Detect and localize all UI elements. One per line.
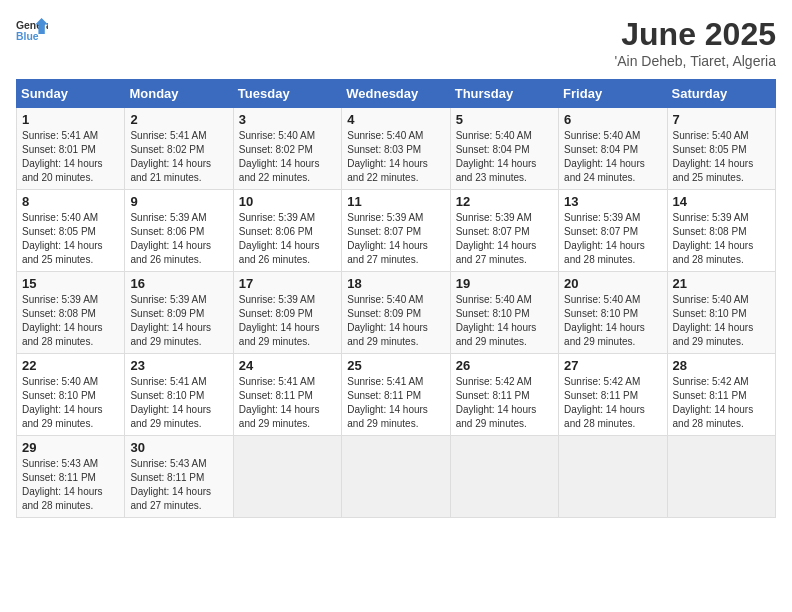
day-number: 21 xyxy=(673,276,770,291)
table-row: 4Sunrise: 5:40 AM Sunset: 8:03 PM Daylig… xyxy=(342,108,450,190)
col-monday: Monday xyxy=(125,80,233,108)
day-number: 26 xyxy=(456,358,553,373)
day-number: 1 xyxy=(22,112,119,127)
table-row: 7Sunrise: 5:40 AM Sunset: 8:05 PM Daylig… xyxy=(667,108,775,190)
page-header: General Blue June 2025 'Ain Deheb, Tiare… xyxy=(16,16,776,69)
col-saturday: Saturday xyxy=(667,80,775,108)
day-info: Sunrise: 5:40 AM Sunset: 8:10 PM Dayligh… xyxy=(564,293,661,349)
day-number: 6 xyxy=(564,112,661,127)
table-row xyxy=(342,436,450,518)
day-info: Sunrise: 5:39 AM Sunset: 8:08 PM Dayligh… xyxy=(673,211,770,267)
col-thursday: Thursday xyxy=(450,80,558,108)
table-row: 20Sunrise: 5:40 AM Sunset: 8:10 PM Dayli… xyxy=(559,272,667,354)
day-info: Sunrise: 5:39 AM Sunset: 8:06 PM Dayligh… xyxy=(239,211,336,267)
day-info: Sunrise: 5:42 AM Sunset: 8:11 PM Dayligh… xyxy=(673,375,770,431)
calendar-week-row: 15Sunrise: 5:39 AM Sunset: 8:08 PM Dayli… xyxy=(17,272,776,354)
calendar-header-row: Sunday Monday Tuesday Wednesday Thursday… xyxy=(17,80,776,108)
day-number: 24 xyxy=(239,358,336,373)
day-number: 17 xyxy=(239,276,336,291)
generalblue-logo-icon: General Blue xyxy=(16,16,48,44)
table-row: 3Sunrise: 5:40 AM Sunset: 8:02 PM Daylig… xyxy=(233,108,341,190)
day-info: Sunrise: 5:41 AM Sunset: 8:02 PM Dayligh… xyxy=(130,129,227,185)
table-row xyxy=(450,436,558,518)
day-number: 13 xyxy=(564,194,661,209)
table-row: 28Sunrise: 5:42 AM Sunset: 8:11 PM Dayli… xyxy=(667,354,775,436)
day-number: 5 xyxy=(456,112,553,127)
day-number: 2 xyxy=(130,112,227,127)
calendar-body: 1Sunrise: 5:41 AM Sunset: 8:01 PM Daylig… xyxy=(17,108,776,518)
col-friday: Friday xyxy=(559,80,667,108)
calendar-header: Sunday Monday Tuesday Wednesday Thursday… xyxy=(17,80,776,108)
day-info: Sunrise: 5:40 AM Sunset: 8:10 PM Dayligh… xyxy=(22,375,119,431)
table-row xyxy=(559,436,667,518)
table-row: 22Sunrise: 5:40 AM Sunset: 8:10 PM Dayli… xyxy=(17,354,125,436)
day-number: 8 xyxy=(22,194,119,209)
calendar-table: Sunday Monday Tuesday Wednesday Thursday… xyxy=(16,79,776,518)
table-row: 24Sunrise: 5:41 AM Sunset: 8:11 PM Dayli… xyxy=(233,354,341,436)
day-info: Sunrise: 5:40 AM Sunset: 8:05 PM Dayligh… xyxy=(673,129,770,185)
calendar-week-row: 29Sunrise: 5:43 AM Sunset: 8:11 PM Dayli… xyxy=(17,436,776,518)
table-row: 1Sunrise: 5:41 AM Sunset: 8:01 PM Daylig… xyxy=(17,108,125,190)
day-info: Sunrise: 5:39 AM Sunset: 8:09 PM Dayligh… xyxy=(239,293,336,349)
day-info: Sunrise: 5:39 AM Sunset: 8:09 PM Dayligh… xyxy=(130,293,227,349)
day-info: Sunrise: 5:40 AM Sunset: 8:03 PM Dayligh… xyxy=(347,129,444,185)
day-info: Sunrise: 5:40 AM Sunset: 8:04 PM Dayligh… xyxy=(456,129,553,185)
table-row: 26Sunrise: 5:42 AM Sunset: 8:11 PM Dayli… xyxy=(450,354,558,436)
table-row: 5Sunrise: 5:40 AM Sunset: 8:04 PM Daylig… xyxy=(450,108,558,190)
table-row: 30Sunrise: 5:43 AM Sunset: 8:11 PM Dayli… xyxy=(125,436,233,518)
day-number: 10 xyxy=(239,194,336,209)
day-info: Sunrise: 5:39 AM Sunset: 8:07 PM Dayligh… xyxy=(456,211,553,267)
day-number: 16 xyxy=(130,276,227,291)
day-number: 19 xyxy=(456,276,553,291)
table-row: 17Sunrise: 5:39 AM Sunset: 8:09 PM Dayli… xyxy=(233,272,341,354)
table-row: 19Sunrise: 5:40 AM Sunset: 8:10 PM Dayli… xyxy=(450,272,558,354)
calendar-week-row: 1Sunrise: 5:41 AM Sunset: 8:01 PM Daylig… xyxy=(17,108,776,190)
day-info: Sunrise: 5:39 AM Sunset: 8:07 PM Dayligh… xyxy=(347,211,444,267)
day-number: 18 xyxy=(347,276,444,291)
day-info: Sunrise: 5:40 AM Sunset: 8:10 PM Dayligh… xyxy=(673,293,770,349)
day-number: 9 xyxy=(130,194,227,209)
day-number: 29 xyxy=(22,440,119,455)
calendar-week-row: 8Sunrise: 5:40 AM Sunset: 8:05 PM Daylig… xyxy=(17,190,776,272)
day-info: Sunrise: 5:41 AM Sunset: 8:11 PM Dayligh… xyxy=(347,375,444,431)
table-row: 10Sunrise: 5:39 AM Sunset: 8:06 PM Dayli… xyxy=(233,190,341,272)
day-number: 27 xyxy=(564,358,661,373)
calendar-subtitle: 'Ain Deheb, Tiaret, Algeria xyxy=(615,53,776,69)
table-row: 29Sunrise: 5:43 AM Sunset: 8:11 PM Dayli… xyxy=(17,436,125,518)
day-info: Sunrise: 5:41 AM Sunset: 8:10 PM Dayligh… xyxy=(130,375,227,431)
table-row: 14Sunrise: 5:39 AM Sunset: 8:08 PM Dayli… xyxy=(667,190,775,272)
day-info: Sunrise: 5:40 AM Sunset: 8:09 PM Dayligh… xyxy=(347,293,444,349)
table-row: 27Sunrise: 5:42 AM Sunset: 8:11 PM Dayli… xyxy=(559,354,667,436)
table-row: 6Sunrise: 5:40 AM Sunset: 8:04 PM Daylig… xyxy=(559,108,667,190)
day-number: 7 xyxy=(673,112,770,127)
day-number: 22 xyxy=(22,358,119,373)
table-row: 15Sunrise: 5:39 AM Sunset: 8:08 PM Dayli… xyxy=(17,272,125,354)
calendar-week-row: 22Sunrise: 5:40 AM Sunset: 8:10 PM Dayli… xyxy=(17,354,776,436)
table-row: 13Sunrise: 5:39 AM Sunset: 8:07 PM Dayli… xyxy=(559,190,667,272)
col-tuesday: Tuesday xyxy=(233,80,341,108)
day-number: 4 xyxy=(347,112,444,127)
table-row: 2Sunrise: 5:41 AM Sunset: 8:02 PM Daylig… xyxy=(125,108,233,190)
day-number: 23 xyxy=(130,358,227,373)
day-number: 12 xyxy=(456,194,553,209)
day-number: 3 xyxy=(239,112,336,127)
table-row: 11Sunrise: 5:39 AM Sunset: 8:07 PM Dayli… xyxy=(342,190,450,272)
table-row xyxy=(667,436,775,518)
day-info: Sunrise: 5:40 AM Sunset: 8:10 PM Dayligh… xyxy=(456,293,553,349)
day-info: Sunrise: 5:41 AM Sunset: 8:01 PM Dayligh… xyxy=(22,129,119,185)
calendar-title: June 2025 xyxy=(615,16,776,53)
day-number: 15 xyxy=(22,276,119,291)
day-info: Sunrise: 5:39 AM Sunset: 8:06 PM Dayligh… xyxy=(130,211,227,267)
day-info: Sunrise: 5:42 AM Sunset: 8:11 PM Dayligh… xyxy=(564,375,661,431)
day-number: 20 xyxy=(564,276,661,291)
col-sunday: Sunday xyxy=(17,80,125,108)
svg-text:Blue: Blue xyxy=(16,31,39,42)
table-row: 21Sunrise: 5:40 AM Sunset: 8:10 PM Dayli… xyxy=(667,272,775,354)
day-info: Sunrise: 5:41 AM Sunset: 8:11 PM Dayligh… xyxy=(239,375,336,431)
day-info: Sunrise: 5:39 AM Sunset: 8:07 PM Dayligh… xyxy=(564,211,661,267)
logo: General Blue xyxy=(16,16,48,44)
table-row: 16Sunrise: 5:39 AM Sunset: 8:09 PM Dayli… xyxy=(125,272,233,354)
day-info: Sunrise: 5:40 AM Sunset: 8:02 PM Dayligh… xyxy=(239,129,336,185)
day-info: Sunrise: 5:42 AM Sunset: 8:11 PM Dayligh… xyxy=(456,375,553,431)
day-number: 30 xyxy=(130,440,227,455)
